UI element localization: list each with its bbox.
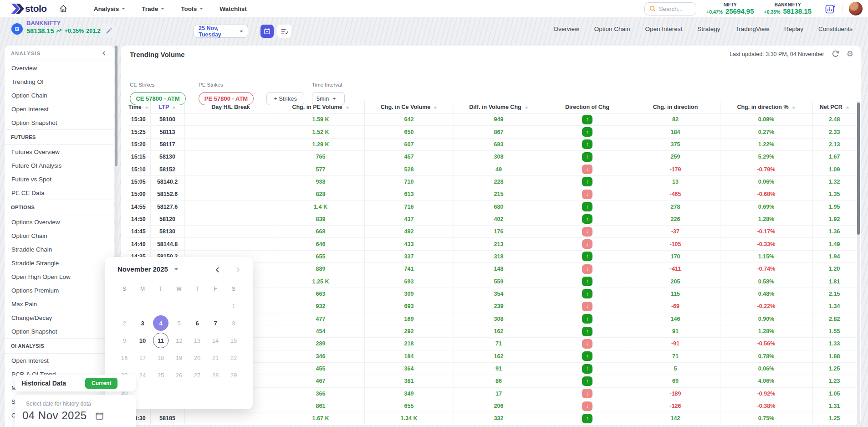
chevron-down-icon (240, 31, 243, 32)
sidebar-item-pe-ce-data[interactable]: PE CE Data (5, 186, 114, 200)
search-input[interactable]: Search... (644, 2, 696, 15)
sidebar-item-straddle-strangle[interactable]: Straddle Strangle (5, 256, 114, 270)
cell-direction: ↑ (544, 313, 631, 325)
cell-net-pcr: 1.32 (812, 175, 856, 188)
calendar-day-4[interactable]: 4 (153, 315, 168, 331)
tab-replay[interactable]: Replay (784, 26, 803, 32)
cell-diff-volume-chg: 559 (454, 275, 544, 288)
table-scrollbar[interactable] (857, 101, 860, 424)
collapse-sidebar-icon[interactable] (101, 50, 107, 57)
scrollbar-thumb[interactable] (115, 46, 117, 166)
tab-option-chain[interactable]: Option Chain (594, 26, 630, 32)
expiry-date-dropdown[interactable]: 25 Nov, Tuesday (194, 25, 248, 38)
sidebar-section-header: FUTURES (5, 129, 114, 145)
cell-chg-ce-volume: 693 (364, 300, 454, 313)
add-chart-icon[interactable] (825, 3, 836, 14)
sidebar-item-option-chain[interactable]: Option Chain (5, 88, 114, 102)
search-placeholder: Search... (659, 5, 683, 12)
calendar-day-3[interactable]: 3 (135, 315, 150, 331)
calendar-day-header: S (115, 281, 133, 297)
tab-open-interest[interactable]: Open Interest (645, 26, 683, 32)
sidebar-item-max-pain[interactable]: Max Pain (5, 297, 114, 311)
tab-constituents[interactable]: Constituents (818, 26, 853, 32)
calendar-day-11[interactable]: 11 (153, 333, 168, 348)
edit-symbol-button[interactable] (101, 24, 116, 38)
calendar-day-cell: 3 (133, 314, 152, 332)
calendar-day-cell: 19 (170, 349, 188, 366)
column-header-chg-in-ce-volume[interactable]: Chg. in Ce Volume (364, 101, 454, 113)
cell-diff-volume-chg: 308 (454, 151, 544, 163)
cell-chg-in-direction: 226 (631, 213, 720, 225)
cell-chg-in-direction-pct: 1.22% (720, 138, 812, 150)
symbol-name[interactable]: BANKNIFTY (26, 20, 103, 26)
month-select[interactable]: November 2025 (117, 265, 178, 273)
refresh-button[interactable] (832, 50, 839, 58)
ticker-change: +0.35% (764, 9, 781, 15)
column-header-ltp[interactable]: LTP (150, 101, 184, 113)
sidebar-item-future-vs-spot[interactable]: Future vs Spot (5, 172, 114, 186)
prev-month-button[interactable] (214, 266, 221, 273)
sidebar-item-open-interest[interactable]: Open Interest (5, 354, 114, 367)
sidebar-item-option-chain[interactable]: Option Chain (5, 229, 114, 242)
column-header-chg-in-direction-[interactable]: Chg. in direction % (720, 101, 812, 113)
sidebar-item-future-oi-analysis[interactable]: Future OI Analysis (5, 159, 114, 172)
column-header-net-pcr[interactable]: Net PCR (812, 101, 856, 113)
ticker-banknifty[interactable]: BANKNIFTY +0.35% 58138.15 (764, 2, 812, 15)
menu-item-tools[interactable]: Tools (181, 5, 203, 12)
cell-chg-ce-volume: 309 (364, 288, 454, 300)
menu-item-analysis[interactable]: Analysis (94, 5, 126, 12)
current-button[interactable]: Current (85, 378, 117, 389)
sidebar-item-trending-oi[interactable]: Trending OI (5, 75, 114, 88)
stolo-logo[interactable]: stolo (11, 3, 47, 14)
cell-chg-in-direction: 184 (631, 126, 720, 138)
cell-chg-in-direction-pct: 0.06% (720, 362, 812, 375)
cell-direction: ↓ (544, 300, 631, 313)
cell-direction: ↑ (544, 288, 631, 300)
cell-net-pcr: 1.33 (812, 338, 856, 350)
cell-diff-volume-chg: 354 (454, 288, 544, 300)
calendar-day-7[interactable]: 7 (208, 315, 223, 331)
sidebar-item-options-premium[interactable]: Options Premium (5, 283, 114, 297)
menu-item-watchlist[interactable]: Watchlist (220, 5, 247, 12)
history-date-value[interactable]: 04 Nov 2025 (22, 409, 87, 422)
settings-gear-icon[interactable]: ⚙ (847, 50, 853, 58)
column-header-time[interactable]: Time (127, 101, 150, 113)
tab-overview[interactable]: Overview (553, 26, 579, 32)
tab-tradingview[interactable]: TradingView (735, 26, 769, 32)
arrow-up-badge: ↑ (582, 252, 592, 261)
arrow-up-badge: ↑ (582, 214, 592, 224)
sidebar-item-change-decay[interactable]: Change/Decay (5, 311, 114, 324)
watchlist-toggle-button[interactable] (277, 25, 291, 38)
history-date-popup: Select date for history data 04 Nov 2025 (15, 395, 136, 427)
scrollbar-thumb[interactable] (857, 103, 860, 235)
calendar-day-1: 1 (226, 298, 241, 314)
sidebar-item-open-interest[interactable]: Open Interest (5, 102, 114, 116)
column-header-diff-in-volume-chg[interactable]: Diff. in Volume Chg (454, 101, 544, 113)
cell-chg-pe-volume: 932 (277, 300, 364, 313)
cell-time: 15:00 (127, 188, 150, 201)
home-icon[interactable] (59, 4, 68, 13)
tab-strategy[interactable]: Strategy (697, 26, 720, 32)
panel-title: Trending Volume (130, 51, 185, 58)
sidebar-item-futures-overview[interactable]: Futures Overview (5, 145, 114, 159)
cell-net-pcr: 1.09 (812, 163, 856, 175)
calendar-day-cell: 17 (133, 349, 152, 366)
sidebar-item-option-snapshot[interactable]: Option Snapshot (5, 116, 114, 129)
sidebar-item-overview[interactable]: Overview (5, 61, 114, 75)
menu-item-trade[interactable]: Trade (142, 5, 164, 12)
calendar-day-14: 14 (208, 333, 223, 348)
sidebar-item-straddle-chain[interactable]: Straddle Chain (5, 242, 114, 256)
column-label: Chg. in direction % (737, 104, 788, 110)
user-avatar[interactable] (849, 2, 863, 15)
calendar-toggle-button[interactable] (260, 25, 274, 38)
sidebar-item-options-overview[interactable]: Options Overview (5, 215, 114, 229)
calendar-day-10[interactable]: 10 (135, 333, 150, 348)
cell-time: 15:15 (127, 151, 150, 163)
ticker-nifty[interactable]: NIFTY +0.47% 25694.95 (706, 2, 754, 15)
column-header-chg-in-pe-volume[interactable]: Chg. in PE Volume (277, 101, 364, 113)
calendar-outline-icon[interactable] (95, 412, 104, 420)
calendar-day-6[interactable]: 6 (189, 315, 205, 331)
sidebar-item-option-snapshot[interactable]: Option Snapshot (5, 324, 114, 338)
sidebar-item-open-high-open-low[interactable]: Open High Open Low (5, 270, 114, 283)
sidebar-section-title: ANALYSIS (11, 51, 41, 56)
